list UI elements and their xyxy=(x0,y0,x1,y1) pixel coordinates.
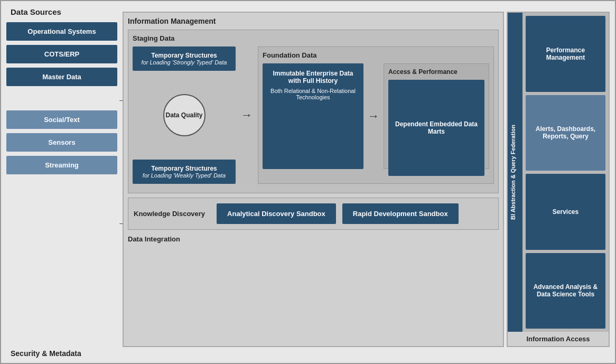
info-mgmt-label: Information Management xyxy=(128,17,499,25)
social-text-box: Social/Text xyxy=(6,110,117,129)
info-access-label: Information Access xyxy=(508,332,609,346)
sensors-box: Sensors xyxy=(6,133,117,152)
knowledge-area: Knowledge Discovery Analytical Discovery… xyxy=(128,198,499,230)
dependent-box: Dependent Embedded Data Marts xyxy=(388,80,484,176)
main-diagram: Data Sources Operational Systems COTS/ER… xyxy=(0,0,616,364)
temp-struct-box-1: Temporary Structures for Loading 'Strong… xyxy=(133,46,236,71)
center-main-area: Information Management Staging Data Temp… xyxy=(123,12,504,347)
temp-struct-box-2: Temporary Structures for Loading 'Weakly… xyxy=(133,160,236,184)
services-box: Services xyxy=(526,174,605,250)
master-data-box: Master Data xyxy=(6,68,117,86)
alerts-dashboards-box: Alerts, Dashboards, Reports, Query xyxy=(526,95,605,171)
access-label: Access & Performance xyxy=(388,68,484,76)
staging-area: Staging Data Temporary Structures for Lo… xyxy=(128,30,499,193)
streaming-box: Streaming xyxy=(6,156,117,174)
bi-abstraction-container: BI Abstraction & Query Federation Perfor… xyxy=(508,13,609,332)
performance-management-box: Performance Management xyxy=(526,16,605,92)
security-metadata-label: Security & Metadata xyxy=(11,349,81,358)
immutable-to-access-arrow: → xyxy=(368,63,379,169)
foundation-label: Foundation Data xyxy=(263,51,489,59)
right-boxes: Performance Management Alerts, Dashboard… xyxy=(522,13,609,332)
staging-to-foundation-arrow: → xyxy=(241,46,253,184)
immutable-box: Immutable Enterprise Data with Full Hist… xyxy=(263,63,363,169)
bi-label: BI Abstraction & Query Federation xyxy=(508,13,522,332)
analytical-sandbox-box: Analytical Discovery Sandbox xyxy=(217,203,336,224)
data-quality-circle: Data Quality xyxy=(163,94,206,136)
foundation-area: Foundation Data Immutable Enterprise Dat… xyxy=(258,46,494,184)
staging-label: Staging Data xyxy=(133,34,494,42)
data-integration-label: Data Integration xyxy=(128,235,499,243)
advanced-analysis-box: Advanced Analysis & Data Science Tools xyxy=(526,253,605,329)
left-sources-column: Operational Systems COTS/ERP Master Data… xyxy=(6,22,117,174)
access-area: Access & Performance Dependent Embedded … xyxy=(384,63,489,169)
right-panel: BI Abstraction & Query Federation Perfor… xyxy=(507,12,610,347)
data-sources-title: Data Sources xyxy=(11,7,61,16)
rapid-sandbox-box: Rapid Development Sandbox xyxy=(342,203,459,224)
knowledge-label: Knowledge Discovery xyxy=(134,210,205,218)
operational-systems-box: Operational Systems xyxy=(6,22,117,41)
cots-erp-box: COTS/ERP xyxy=(6,45,117,63)
